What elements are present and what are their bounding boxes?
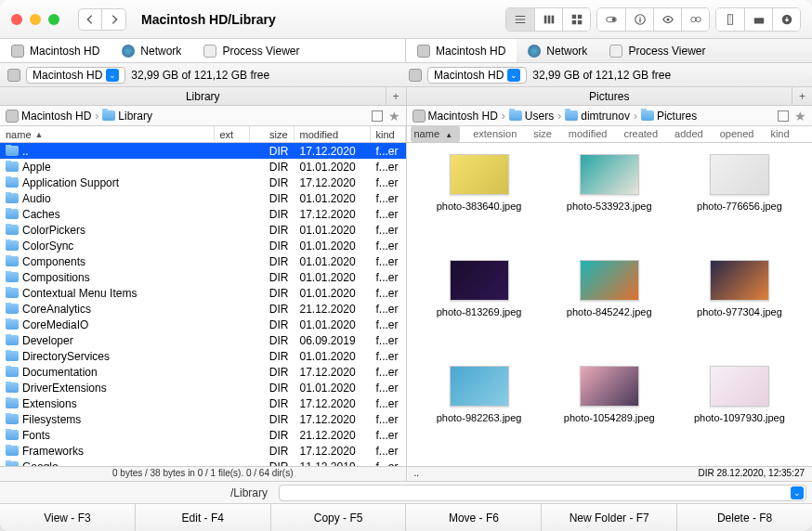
bottom-button[interactable]: View - F3	[0, 504, 136, 531]
file-row[interactable]: CachesDIR17.12.2020f...er	[0, 206, 406, 222]
app-tab[interactable]: Macintosh HD	[0, 39, 111, 62]
crumb-hd[interactable]: Macintosh HD	[6, 110, 91, 123]
file-row[interactable]: DeveloperDIR06.09.2019f...er	[0, 332, 406, 348]
favorite-star-icon[interactable]: ★	[794, 109, 806, 123]
minimize-button[interactable]	[30, 14, 41, 25]
file-row[interactable]: CompositionsDIR01.01.2020f...er	[0, 269, 406, 285]
thumbnail-item[interactable]: photo-776656.jpeg	[678, 154, 801, 243]
columns-view-button[interactable]	[534, 8, 562, 31]
col-header[interactable]: kind	[766, 126, 792, 142]
add-tab-button[interactable]: +	[386, 87, 406, 105]
app-tab[interactable]: Network	[517, 39, 598, 62]
file-row[interactable]: ColorSyncDIR01.01.2020f...er	[0, 238, 406, 253]
file-row[interactable]: Application SupportDIR17.12.2020f...er	[0, 175, 406, 190]
crumb-library[interactable]: Library	[102, 110, 152, 123]
file-row[interactable]: DirectoryServicesDIR01.01.2020f...er	[0, 348, 406, 364]
quicklook-button[interactable]	[653, 8, 681, 31]
hd-icon	[11, 45, 24, 58]
thumbnail-item[interactable]: photo-813269.jpeg	[418, 260, 541, 349]
folder-icon	[6, 162, 19, 172]
thumbnail-item[interactable]: photo-533923.jpeg	[548, 154, 671, 243]
file-row[interactable]: DocumentationDIR17.12.2020f...er	[0, 364, 406, 380]
col-header[interactable]: opened	[716, 126, 758, 142]
bottom-button[interactable]: New Folder - F7	[542, 504, 677, 531]
bottom-button[interactable]: Copy - F5	[271, 504, 407, 531]
left-pane: Library + Macintosh HD › Library ★ name▲…	[0, 87, 407, 481]
pane-flag[interactable]	[372, 110, 383, 122]
file-row[interactable]: FontsDIR21.12.2020f...er	[0, 427, 406, 443]
column-headers-left[interactable]: name▲ ext size modified kind	[0, 126, 406, 143]
bottom-button[interactable]: Edit - F4	[136, 504, 271, 531]
file-row[interactable]: GoogleDIR11.12.2019f...er	[0, 459, 406, 466]
bottom-button[interactable]: Delete - F8	[677, 504, 812, 531]
file-name: Compositions	[22, 271, 90, 284]
chevron-down-icon[interactable]: ⌄	[791, 486, 804, 499]
file-name: Frameworks	[22, 445, 84, 458]
file-row[interactable]: Contextual Menu ItemsDIR01.01.2020f...er	[0, 285, 406, 301]
thumbnail-name: photo-813269.jpeg	[437, 306, 522, 318]
col-header[interactable]: name ▲	[411, 126, 461, 142]
path-input[interactable]: ⌄	[279, 485, 806, 501]
file-row[interactable]: FilesystemsDIR17.12.2020f...er	[0, 411, 406, 427]
tab-macintosh-hd-right[interactable]: Macintosh HDNetworkProcess Viewer	[406, 39, 812, 62]
thumbnail-item[interactable]: photo-1054289.jpeg	[548, 366, 671, 455]
app-tab[interactable]: Macintosh HD	[406, 39, 517, 62]
file-row[interactable]: CoreAnalyticsDIR21.12.2020f...er	[0, 301, 406, 317]
app-tab[interactable]: Process Viewer	[192, 39, 310, 62]
folder-icon	[509, 110, 522, 121]
toggle-hidden-button[interactable]	[597, 8, 625, 31]
app-tab[interactable]: Process Viewer	[598, 39, 716, 62]
col-header[interactable]: added	[671, 126, 707, 142]
file-row[interactable]: CoreMediaIODIR01.01.2020f...er	[0, 317, 406, 332]
file-row[interactable]: AudioDIR01.01.2020f...er	[0, 190, 406, 206]
col-header[interactable]: size	[530, 126, 556, 142]
file-row[interactable]: FrameworksDIR17.12.2020f...er	[0, 443, 406, 459]
col-header[interactable]: created	[620, 126, 661, 142]
icon-grid-right[interactable]: photo-383640.jpegphoto-533923.jpegphoto-…	[407, 143, 813, 466]
file-row[interactable]: DriverExtensionsDIR01.01.2020f...er	[0, 380, 406, 395]
thumbnail-item[interactable]: photo-977304.jpeg	[678, 260, 801, 349]
share-button[interactable]	[744, 8, 772, 31]
folder-icon	[6, 225, 19, 235]
file-row[interactable]: AppleDIR01.01.2020f...er	[0, 159, 406, 175]
app-tab[interactable]: Network	[111, 39, 192, 62]
crumb-pictures[interactable]: Pictures	[641, 110, 697, 123]
file-row[interactable]: ExtensionsDIR17.12.2020f...er	[0, 395, 406, 411]
forward-button[interactable]	[102, 8, 126, 31]
col-header[interactable]: modified	[565, 126, 611, 142]
bottom-button[interactable]: Move - F6	[406, 504, 542, 531]
drive-selector-left[interactable]: Macintosh HD ⌄	[26, 67, 125, 84]
file-list-left[interactable]: ..DIR17.12.2020f...erAppleDIR01.01.2020f…	[0, 143, 406, 466]
back-button[interactable]	[78, 8, 102, 31]
maximize-button[interactable]	[48, 14, 59, 25]
list-view-button[interactable]	[506, 8, 534, 31]
file-row[interactable]: ComponentsDIR01.01.2020f...er	[0, 253, 406, 269]
file-row[interactable]: ColorPickersDIR01.01.2020f...er	[0, 222, 406, 238]
crumb-users[interactable]: Users	[509, 110, 554, 123]
column-headers-right[interactable]: name ▲extensionsizemodifiedcreatedaddedo…	[407, 126, 813, 143]
col-header[interactable]: extension	[469, 126, 520, 142]
info-button[interactable]	[625, 8, 653, 31]
thumbnail-name: photo-1054289.jpeg	[564, 412, 655, 424]
pane-flag[interactable]	[778, 110, 789, 122]
folder-icon	[6, 272, 19, 282]
compress-button[interactable]	[716, 8, 744, 31]
thumbnail-item[interactable]: photo-845242.jpeg	[548, 260, 671, 349]
thumbnail-item[interactable]: photo-982263.jpeg	[418, 366, 541, 455]
svg-rect-3	[571, 14, 575, 18]
thumbnail-item[interactable]: photo-383640.jpeg	[418, 154, 541, 243]
folder-icon	[6, 304, 19, 314]
drive-selector-right[interactable]: Macintosh HD ⌄	[427, 67, 527, 84]
crumb-hd[interactable]: Macintosh HD	[413, 110, 498, 123]
window-title: Macintosh HD/Library	[141, 12, 498, 27]
search-button[interactable]	[681, 8, 709, 31]
close-button[interactable]	[11, 14, 22, 25]
tab-macintosh-hd[interactable]: Macintosh HDNetworkProcess Viewer	[0, 39, 406, 62]
download-button[interactable]	[772, 8, 800, 31]
grid-view-button[interactable]	[562, 8, 590, 31]
crumb-user[interactable]: dimtrunov	[565, 110, 630, 123]
add-tab-button[interactable]: +	[792, 87, 812, 105]
thumbnail-item[interactable]: photo-1097930.jpeg	[678, 366, 801, 455]
file-row[interactable]: ..DIR17.12.2020f...er	[0, 143, 406, 159]
favorite-star-icon[interactable]: ★	[388, 109, 400, 123]
